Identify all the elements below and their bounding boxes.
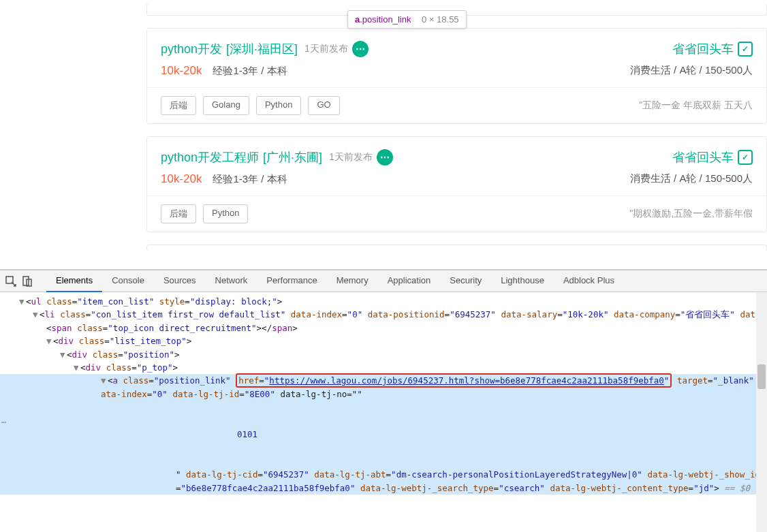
job-location[interactable]: [深圳·福田区] bbox=[226, 41, 298, 57]
experience: 经验1-3年 / 本科 bbox=[213, 173, 287, 186]
scrollbar[interactable] bbox=[756, 292, 767, 532]
ellipsis-icon[interactable]: ⋯ bbox=[1, 418, 7, 427]
company-info: 消费生活 / A轮 / 150-500人 bbox=[630, 172, 753, 185]
devtools-panel: Elements Console Sources Network Perform… bbox=[0, 269, 767, 532]
tab-application[interactable]: Application bbox=[378, 270, 441, 292]
salary: 10k-20k bbox=[161, 64, 202, 78]
tag[interactable]: 后端 bbox=[161, 96, 196, 115]
svg-rect-1 bbox=[23, 277, 29, 285]
tag[interactable]: Python bbox=[203, 204, 248, 223]
company-name[interactable]: 省省回头车 bbox=[672, 41, 734, 57]
tab-memory[interactable]: Memory bbox=[327, 270, 378, 292]
tag[interactable]: 后端 bbox=[161, 204, 196, 223]
tooltip-class: .position_link bbox=[360, 14, 411, 25]
tab-security[interactable]: Security bbox=[440, 270, 491, 292]
job-card[interactable]: python开发工程师 [广州·东圃] 1天前发布 ⋯ 10k-20k 经验1-… bbox=[146, 136, 767, 232]
tag[interactable]: Python bbox=[256, 96, 301, 115]
publish-time: 1天前发布 bbox=[329, 151, 373, 163]
tooltip-dimensions: 0 × 18.55 bbox=[422, 14, 459, 25]
tab-network[interactable]: Network bbox=[206, 270, 257, 292]
company-name[interactable]: 省省回头车 bbox=[672, 149, 734, 166]
salary: 10k-20k bbox=[161, 172, 202, 186]
verified-icon: ✓ bbox=[738, 150, 753, 165]
experience: 经验1-3年 / 本科 bbox=[213, 65, 287, 78]
tab-console[interactable]: Console bbox=[102, 270, 154, 292]
tab-elements[interactable]: Elements bbox=[46, 270, 102, 292]
tab-sources[interactable]: Sources bbox=[154, 270, 206, 292]
tab-adblock[interactable]: Adblock Plus bbox=[554, 270, 624, 292]
tab-performance[interactable]: Performance bbox=[257, 270, 326, 292]
job-title[interactable]: python开发工程师 bbox=[161, 149, 259, 166]
device-toggle-icon[interactable] bbox=[22, 276, 33, 287]
job-title[interactable]: python开发 bbox=[161, 41, 222, 57]
devtools-toolbar: Elements Console Sources Network Perform… bbox=[0, 270, 767, 292]
tab-lighthouse[interactable]: Lighthouse bbox=[491, 270, 554, 292]
job-location[interactable]: [广州·东圃] bbox=[263, 149, 322, 166]
chat-icon[interactable]: ⋯ bbox=[377, 149, 393, 166]
inspect-tooltip: a.position_link 0 × 18.55 bbox=[347, 10, 467, 29]
inspect-element-icon[interactable] bbox=[5, 276, 16, 287]
publish-time: 1天前发布 bbox=[304, 43, 348, 55]
devtools-body[interactable]: ⋯ ▼<ul class="item_con_list" style="disp… bbox=[0, 292, 767, 532]
tag[interactable]: GO bbox=[308, 96, 339, 115]
tag[interactable]: Golang bbox=[203, 96, 249, 115]
tags: 后端 Python bbox=[161, 204, 248, 223]
job-card[interactable]: python开发 [深圳·福田区] 1天前发布 ⋯ 10k-20k 经验1-3年… bbox=[146, 28, 767, 124]
chat-icon[interactable]: ⋯ bbox=[352, 41, 369, 57]
tags: 后端 Golang Python GO bbox=[161, 96, 340, 115]
benefit-text: "期权激励,五险一金,带薪年假 bbox=[629, 208, 753, 220]
verified-icon: ✓ bbox=[738, 42, 753, 57]
devtools-tabs: Elements Console Sources Network Perform… bbox=[46, 270, 624, 292]
benefit-text: "五险一金 年底双薪 五天八 bbox=[639, 99, 753, 112]
scrollbar-thumb[interactable] bbox=[757, 364, 766, 389]
company-info: 消费生活 / A轮 / 150-500人 bbox=[630, 64, 753, 77]
